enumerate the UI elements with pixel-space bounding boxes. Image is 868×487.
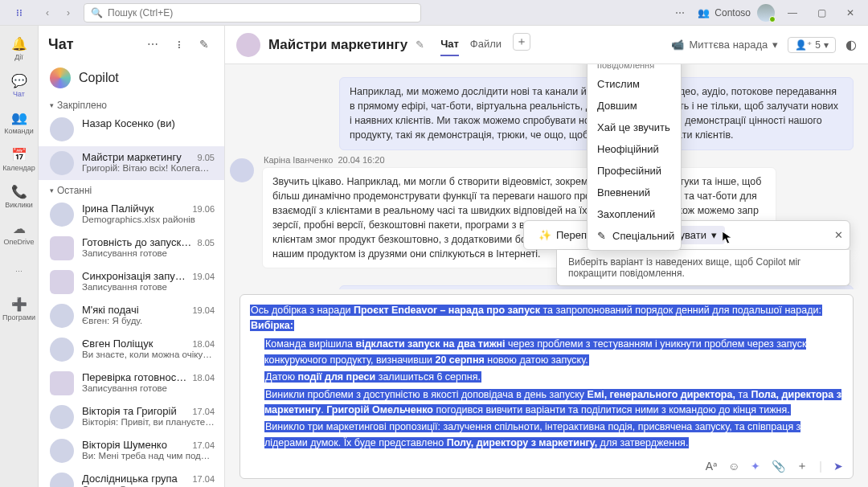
copilot-icon — [50, 68, 71, 88]
window-close-button[interactable]: ✕ — [839, 2, 862, 24]
chat-filter-icon[interactable]: ⫶ — [168, 34, 189, 55]
chat-header: Майстри маркетингу ✎ Чат Файли ＋ 📹 Миттє… — [225, 26, 868, 64]
avatar — [50, 236, 74, 260]
avatar — [50, 439, 74, 463]
chat-list-item[interactable]: Майстри маркетингу9.05 Григорій: Вітаю в… — [39, 146, 224, 180]
user-avatar[interactable] — [757, 4, 775, 22]
close-icon[interactable]: ✕ — [834, 229, 843, 241]
chat-list-item[interactable]: Вікторія та Григорій17.04 Вікторія: Прив… — [39, 400, 224, 434]
avatar — [50, 338, 74, 362]
compose-toolbar: Aᵃ ☺ ✦ 📎 ＋ | ➤ — [250, 452, 843, 473]
avatar — [50, 473, 74, 487]
search-box[interactable]: 🔍 — [84, 3, 421, 23]
menu-item[interactable]: Стислим — [588, 73, 681, 95]
attach-icon[interactable]: 📎 — [772, 460, 785, 473]
format-icon[interactable]: Aᵃ — [706, 460, 717, 473]
rail-item-Дії[interactable]: 🔔Дії — [2, 31, 37, 66]
chat-list-item[interactable]: Вікторія Шуменко17.04 Ви: Мені треба над… — [39, 434, 224, 468]
copilot-compose-icon[interactable]: ✦ — [751, 460, 760, 473]
chat-avatar — [236, 33, 260, 57]
avatar — [50, 371, 74, 395]
rail-icon: ➕ — [11, 297, 27, 312]
rail-item-Програми[interactable]: ➕Програми — [2, 291, 37, 326]
rail-item-Виклики[interactable]: 📞Виклики — [2, 178, 37, 214]
tab-chat[interactable]: Чат — [440, 33, 459, 56]
edit-title-icon[interactable]: ✎ — [416, 39, 424, 51]
window-maximize-button[interactable]: ▢ — [810, 2, 833, 24]
avatar — [50, 117, 74, 141]
chat-panel: Майстри маркетингу ✎ Чат Файли ＋ 📹 Миттє… — [225, 26, 868, 487]
chat-list-item[interactable]: Синхронізація запуску Mark 819.04 Запису… — [39, 265, 224, 299]
chevron-down-icon: ▾ — [50, 101, 54, 109]
emoji-icon[interactable]: ☺ — [728, 460, 739, 473]
chat-list-more-icon[interactable]: ⋯ — [142, 34, 163, 55]
rail-icon: 💬 — [11, 73, 27, 88]
menu-item[interactable]: Захоплений — [588, 203, 681, 225]
message-list[interactable]: Наприклад, ми можемо дослідити нові та к… — [225, 64, 868, 289]
participants-button[interactable]: 👤⁺ 5 ▾ — [788, 37, 836, 53]
rail-icon: 📅 — [11, 147, 27, 162]
chat-list-item[interactable]: Готовність до запуску проекту Авалон8.05… — [39, 231, 224, 265]
rail-item-OneDrive[interactable]: ☁OneDrive — [2, 215, 37, 251]
compose-content[interactable]: Ось добірка з наради Проєкт Endeavor – н… — [250, 303, 843, 451]
edit-icon: ✎ — [597, 230, 606, 242]
rail-icon: 👥 — [11, 110, 27, 125]
chat-title: Майстри маркетингу — [268, 37, 407, 53]
chat-list-item[interactable]: Дослідницька група17.04 Данило: Ось пото… — [39, 468, 224, 487]
tab-files[interactable]: Файли — [470, 33, 502, 56]
avatar — [50, 203, 74, 227]
app-rail: 🔔Дії💬Чат👥Команди📅Календар📞Виклики☁OneDri… — [0, 26, 39, 487]
chevron-down-icon: ▾ — [50, 186, 54, 194]
chat-list-item[interactable]: М'які подачі19.04 Євген: Я буду. — [39, 299, 224, 333]
copilot-header-icon[interactable]: ◐ — [845, 37, 857, 52]
chat-list-item[interactable]: Назар Косенко (ви) — [39, 113, 224, 146]
menu-item[interactable]: Впевнений — [588, 182, 681, 203]
menu-item[interactable]: Неофіційний — [588, 138, 681, 160]
section-recent[interactable]: ▾Останні — [39, 180, 224, 198]
menu-header: Зроби повідомлення — [588, 64, 681, 73]
title-bar: ⁝⁝ ‹ › 🔍 ⋯ 👥 Contoso ― ▢ ✕ — [0, 0, 868, 26]
chevron-down-icon: ▾ — [772, 39, 778, 51]
avatar — [50, 304, 74, 328]
compose-box[interactable]: Ось добірка з наради Проєкт Endeavor – н… — [240, 294, 854, 479]
window-minimize-button[interactable]: ― — [781, 2, 804, 24]
new-chat-icon[interactable]: ✎ — [194, 34, 215, 55]
copilot-hint: Виберіть варіант із наведених вище, щоб … — [556, 250, 850, 286]
camera-icon: 📹 — [671, 39, 684, 51]
copilot-popup: Зроби повідомлення СтислимДовшимХай це з… — [523, 220, 850, 286]
org-switcher[interactable]: 👥 Contoso — [698, 7, 751, 18]
nav-back-button[interactable]: ‹ — [39, 4, 56, 22]
rail-item-Чат[interactable]: 💬Чат — [2, 68, 37, 103]
rail-item-Команди[interactable]: 👥Команди — [2, 104, 37, 140]
add-tab-button[interactable]: ＋ — [513, 33, 530, 51]
add-people-icon: 👤⁺ — [795, 39, 812, 51]
nav-forward-button[interactable]: › — [59, 4, 77, 22]
more-icon[interactable]: ⋯ — [669, 2, 691, 24]
people-icon: 👥 — [698, 7, 710, 18]
message-own: Наприклад, ми можемо дослідити нові та к… — [230, 77, 854, 150]
send-button[interactable]: ➤ — [833, 460, 843, 473]
search-input[interactable] — [108, 7, 414, 18]
rail-icon: 📞 — [11, 184, 27, 199]
rail-more-icon[interactable]: ⋯ — [2, 254, 37, 289]
adapt-menu: Зроби повідомлення СтислимДовшимХай це з… — [587, 64, 682, 251]
rail-item-Календар[interactable]: 📅Календар — [2, 141, 37, 177]
teams-logo-icon: ⁝⁝ — [6, 7, 32, 18]
section-pinned[interactable]: ▾Закріплено — [39, 95, 224, 113]
message-bubble[interactable]: Саме так. Таким чином, ми зможемо показа… — [339, 285, 854, 289]
chat-list-title: Чат — [48, 36, 137, 53]
chat-list-item[interactable]: Перевірка готовності до запуску п…18.04 … — [39, 366, 224, 400]
avatar[interactable] — [230, 158, 254, 182]
copilot-entry[interactable]: Copilot — [39, 61, 224, 95]
chevron-down-icon: ▾ — [824, 39, 829, 51]
menu-item[interactable]: Професійний — [588, 160, 681, 182]
rail-icon: ☁ — [13, 221, 26, 236]
menu-item-custom[interactable]: ✎ Спеціальний — [588, 225, 681, 247]
more-compose-icon[interactable]: ＋ — [796, 459, 808, 473]
meet-now-button[interactable]: 📹 Миттєва нарада ▾ — [671, 39, 778, 51]
menu-item[interactable]: Довшим — [588, 95, 681, 117]
chat-list-item[interactable]: Євген Поліщук18.04 Ви знаєте, коли можна… — [39, 333, 224, 366]
chat-list-item[interactable]: Ірина Палійчук19.06 Demographics.xlsx ра… — [39, 198, 224, 231]
avatar — [50, 405, 74, 429]
menu-item[interactable]: Хай це звучить — [588, 117, 681, 138]
